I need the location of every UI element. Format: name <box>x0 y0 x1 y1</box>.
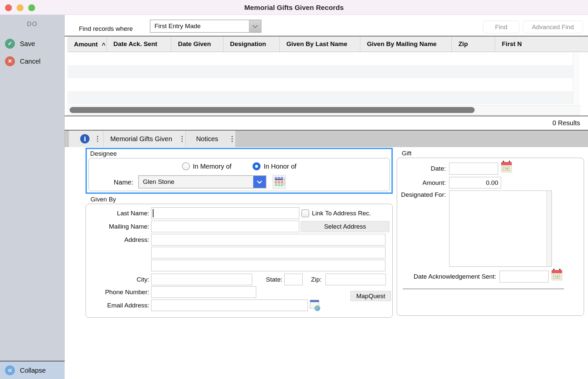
kebab-menu-icon[interactable] <box>179 135 185 143</box>
link-to-address-checkbox[interactable] <box>301 209 309 217</box>
horizontal-scrollbar-thumb[interactable] <box>70 107 475 113</box>
tab-bar: Memorial Gifts Given Notices <box>65 131 588 147</box>
find-records-where-label: Find records where <box>79 22 133 35</box>
app-window: Memorial Gifts Given Records DO Save Can… <box>0 0 588 379</box>
state-label: State: <box>256 274 282 285</box>
last-name-label: Last Name: <box>98 207 149 219</box>
main-area: Find records where First Entry Made Find… <box>65 15 588 379</box>
info-icon[interactable] <box>80 134 89 143</box>
select-address-button[interactable]: Select Address <box>301 221 389 232</box>
sidebar-section-header: DO <box>0 20 64 28</box>
designee-name-dropdown[interactable]: Glen Stone <box>138 175 266 189</box>
designee-section-selected[interactable]: Designee In Memory of In Honor of Name: … <box>86 148 393 194</box>
column-header-zip[interactable]: Zip <box>452 36 495 52</box>
address-line2-input[interactable] <box>151 247 385 258</box>
date-acknowledgement-sent-input[interactable] <box>500 271 549 283</box>
tab-info[interactable] <box>69 131 103 147</box>
table-row[interactable] <box>67 91 573 104</box>
address-line1-input[interactable] <box>151 234 385 245</box>
gift-amount-input[interactable] <box>449 177 501 189</box>
in-honor-of-option[interactable]: In Honor of <box>253 162 296 170</box>
column-header-date-ack-sent[interactable]: Date Ack. Sent <box>107 36 171 52</box>
table-row[interactable] <box>67 78 573 91</box>
email-address-label: Email Address: <box>86 299 149 311</box>
phone-number-label: Phone Number: <box>86 286 149 298</box>
table-row[interactable] <box>67 52 573 65</box>
titlebar: Memorial Gifts Given Records <box>0 0 588 15</box>
column-header-date-given[interactable]: Date Given <box>171 36 223 52</box>
check-icon <box>5 39 15 49</box>
radio-unselected-icon[interactable] <box>182 162 190 170</box>
address-label: Address: <box>98 234 149 245</box>
zip-label: Zip: <box>302 274 322 285</box>
last-name-input[interactable] <box>151 207 299 219</box>
designee-name-value: Glen Stone <box>139 176 253 188</box>
results-count: 0 Results <box>553 116 580 130</box>
calendar-icon[interactable] <box>501 161 512 175</box>
tab-memorial-gifts-given[interactable]: Memorial Gifts Given <box>104 131 185 147</box>
mapquest-button[interactable]: MapQuest <box>350 291 391 301</box>
zip-input[interactable] <box>325 274 386 285</box>
tab-notices[interactable]: Notices <box>186 131 235 147</box>
cancel-button[interactable]: Cancel <box>0 56 64 67</box>
text-cursor <box>153 209 153 217</box>
tab-label: Memorial Gifts Given <box>104 135 179 143</box>
find-field-dropdown[interactable]: First Entry Made <box>150 20 262 33</box>
city-input[interactable] <box>151 274 252 285</box>
collapse-label: Collapse <box>20 365 46 375</box>
kebab-menu-icon[interactable] <box>229 135 235 143</box>
gift-date-input[interactable] <box>449 163 498 175</box>
designated-for-textarea[interactable] <box>449 190 552 267</box>
cancel-label: Cancel <box>20 56 40 66</box>
in-honor-of-label[interactable]: In Honor of <box>264 163 296 170</box>
chevron-down-icon[interactable] <box>249 20 261 32</box>
results-table-header: Amount^ Date Ack. Sent Date Given Design… <box>67 36 588 52</box>
sidebar: DO Save Cancel <box>0 15 65 361</box>
find-button[interactable]: Find <box>483 21 519 33</box>
phone-number-input[interactable] <box>151 286 256 298</box>
email-window-icon[interactable] <box>310 299 320 311</box>
select-from-list-button[interactable] <box>272 175 286 189</box>
tab-label: Notices <box>186 135 229 143</box>
column-header-designation[interactable]: Designation <box>223 36 280 52</box>
name-label: Name: <box>100 176 133 189</box>
window-title: Memorial Gifts Given Records <box>0 0 588 15</box>
results-table-body <box>67 52 573 104</box>
chevron-down-icon[interactable] <box>253 176 266 188</box>
date-acknowledgement-sent-label: Date Acknowledgement Sent: <box>399 271 496 282</box>
table-list-icon <box>273 175 285 189</box>
column-header-given-by-mailing-name[interactable]: Given By Mailing Name <box>360 36 452 52</box>
gift-section-label: Gift <box>400 150 413 157</box>
radio-selected-icon[interactable] <box>253 162 261 170</box>
in-memory-of-option[interactable]: In Memory of <box>182 162 232 170</box>
advanced-find-button[interactable]: Advanced Find <box>523 21 583 33</box>
divider <box>403 289 564 289</box>
x-icon <box>5 56 15 66</box>
link-to-address-label[interactable]: Link To Address Rec. <box>312 207 391 219</box>
results-count-row: 0 Results <box>65 116 588 130</box>
column-header-first-name[interactable]: First N <box>495 36 588 52</box>
vertical-scrollbar[interactable] <box>546 191 552 266</box>
given-by-section-label: Given By <box>89 196 117 203</box>
gift-date-label: Date: <box>399 163 446 174</box>
horizontal-scrollbar-track[interactable] <box>67 105 580 115</box>
state-input[interactable] <box>284 274 303 285</box>
collapse-button[interactable]: Collapse <box>0 361 65 379</box>
designated-for-label: Designated For: <box>399 191 446 208</box>
city-label: City: <box>98 274 149 285</box>
kebab-menu-icon[interactable] <box>94 135 101 143</box>
calendar-icon[interactable] <box>551 269 562 283</box>
double-chevron-left-icon <box>5 365 15 375</box>
gift-amount-label: Amount: <box>399 177 446 189</box>
save-button[interactable]: Save <box>0 39 64 49</box>
column-header-given-by-last-name[interactable]: Given By Last Name <box>280 36 360 52</box>
address-line3-input[interactable] <box>151 260 385 271</box>
designee-section-label: Designee <box>90 150 117 157</box>
mailing-name-input[interactable] <box>151 221 299 232</box>
vertical-scrollbar[interactable] <box>573 52 579 104</box>
in-memory-of-label[interactable]: In Memory of <box>193 163 232 170</box>
table-row[interactable] <box>67 65 573 78</box>
email-address-input[interactable] <box>151 299 308 311</box>
find-field-dropdown-value: First Entry Made <box>150 20 249 32</box>
column-header-amount[interactable]: Amount^ <box>67 36 107 52</box>
